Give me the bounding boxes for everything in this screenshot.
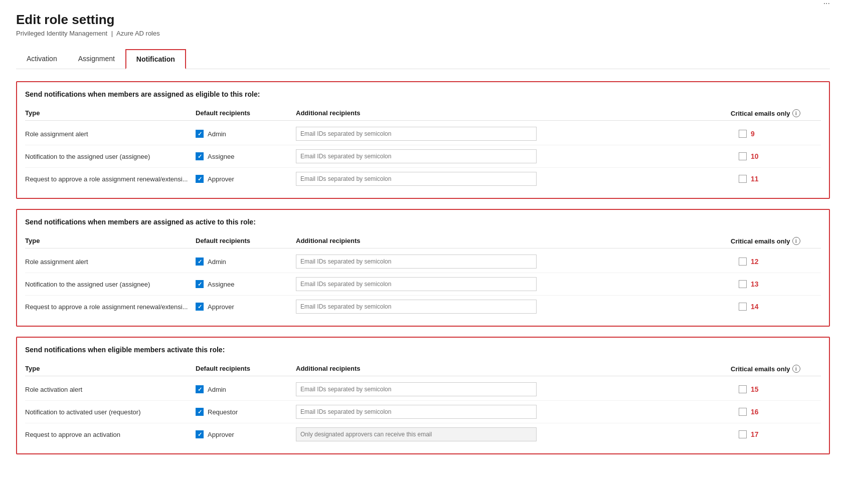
critical-checkbox[interactable] [739, 130, 747, 138]
row-type: Request to approve a role assignment ren… [25, 303, 196, 311]
checkbox-requestor-activate-2[interactable] [196, 408, 204, 416]
row-type: Notification to the assigned user (assig… [25, 153, 196, 160]
email-input[interactable] [296, 405, 537, 419]
row-default: Requestor [196, 408, 296, 416]
email-input[interactable] [296, 149, 537, 163]
row-critical: 13 [731, 280, 821, 288]
critical-checkbox[interactable] [739, 385, 747, 393]
table-header-active: Type Default recipients Additional recip… [25, 234, 821, 248]
email-input[interactable] [296, 172, 537, 186]
tab-activation[interactable]: Activation [16, 49, 68, 69]
critical-num: 11 [751, 175, 759, 183]
col-additional-label: Additional recipients [296, 237, 731, 245]
email-input[interactable] [296, 255, 537, 269]
row-type: Role assignment alert [25, 258, 196, 266]
row-additional [296, 277, 731, 291]
critical-checkbox[interactable] [739, 258, 747, 266]
recipient-label: Approver [208, 431, 234, 438]
page-title: Edit role setting [16, 12, 160, 28]
table-row: Role activation alert Admin 15 [25, 378, 821, 401]
row-default: Admin [196, 258, 296, 266]
section-eligible-title: Send notifications when members are assi… [25, 90, 821, 98]
table-row: Request to approve a role assignment ren… [25, 168, 821, 190]
table-row: Role assignment alert Admin 12 [25, 250, 821, 273]
recipient-label: Assignee [208, 281, 234, 288]
table-header-activate: Type Default recipients Additional recip… [25, 362, 821, 376]
critical-checkbox[interactable] [739, 280, 747, 288]
recipient-label: Admin [208, 130, 226, 138]
row-additional [296, 382, 731, 396]
checkbox-admin-eligible-1[interactable] [196, 130, 204, 138]
tab-notification[interactable]: Notification [125, 49, 186, 69]
tab-bar: Activation Assignment Notification [16, 49, 830, 69]
table-row: Notification to activated user (requesto… [25, 401, 821, 423]
section-activate-title: Send notifications when eligible members… [25, 346, 821, 354]
more-options-button[interactable]: ... [823, 0, 830, 6]
critical-num: 17 [751, 430, 759, 438]
col-additional-label: Additional recipients [296, 109, 731, 117]
checkbox-approver-active-3[interactable] [196, 303, 204, 311]
critical-info-icon[interactable]: i [792, 365, 800, 373]
critical-checkbox[interactable] [739, 303, 747, 311]
checkbox-assignee-active-2[interactable] [196, 280, 204, 288]
table-row: Role assignment alert Admin 9 [25, 123, 821, 145]
checkbox-admin-active-1[interactable] [196, 258, 204, 266]
table-row: Request to approve an activation Approve… [25, 423, 821, 445]
col-default-label: Default recipients [196, 109, 296, 117]
critical-num: 10 [751, 152, 759, 160]
row-additional [296, 127, 731, 141]
row-additional [296, 300, 731, 314]
critical-info-icon[interactable]: i [792, 109, 800, 117]
row-additional [296, 427, 731, 441]
row-critical: 15 [731, 385, 821, 393]
table-row: Notification to the assigned user (assig… [25, 145, 821, 168]
table-header-eligible: Type Default recipients Additional recip… [25, 106, 821, 121]
recipient-label: Assignee [208, 153, 234, 160]
checkbox-approver-eligible-3[interactable] [196, 175, 204, 183]
section-eligible: Send notifications when members are assi… [16, 81, 830, 199]
col-critical-label: Critical emails only i [731, 365, 821, 373]
row-type: Notification to the assigned user (assig… [25, 281, 196, 288]
critical-checkbox[interactable] [739, 430, 747, 438]
checkbox-assignee-eligible-2[interactable] [196, 152, 204, 160]
row-critical: 10 [731, 152, 821, 160]
table-row: Notification to the assigned user (assig… [25, 273, 821, 296]
row-default: Approver [196, 430, 296, 438]
critical-num: 16 [751, 408, 759, 416]
recipient-label: Approver [208, 175, 234, 183]
email-input-disabled [296, 427, 537, 441]
email-input[interactable] [296, 127, 537, 141]
row-default: Assignee [196, 152, 296, 160]
recipient-label: Admin [208, 386, 226, 393]
section-active: Send notifications when members are assi… [16, 209, 830, 327]
row-additional [296, 172, 731, 186]
row-default: Approver [196, 303, 296, 311]
row-critical: 12 [731, 258, 821, 266]
recipient-label: Admin [208, 258, 226, 266]
critical-checkbox[interactable] [739, 175, 747, 183]
row-default: Admin [196, 130, 296, 138]
row-type: Role activation alert [25, 386, 196, 393]
critical-checkbox[interactable] [739, 408, 747, 416]
section-active-title: Send notifications when members are assi… [25, 218, 821, 226]
col-type-label: Type [25, 109, 196, 117]
email-input[interactable] [296, 277, 537, 291]
checkbox-approver-activate-3[interactable] [196, 430, 204, 438]
email-input[interactable] [296, 382, 537, 396]
row-critical: 16 [731, 408, 821, 416]
row-default: Approver [196, 175, 296, 183]
row-critical: 14 [731, 303, 821, 311]
col-critical-label: Critical emails only i [731, 237, 821, 245]
col-type-label: Type [25, 365, 196, 373]
critical-checkbox[interactable] [739, 152, 747, 160]
email-input[interactable] [296, 300, 537, 314]
row-default: Assignee [196, 280, 296, 288]
row-type: Notification to activated user (requesto… [25, 408, 196, 416]
critical-info-icon[interactable]: i [792, 237, 800, 245]
checkbox-admin-activate-1[interactable] [196, 385, 204, 393]
tab-assignment[interactable]: Assignment [68, 49, 125, 69]
row-additional [296, 405, 731, 419]
row-critical: 11 [731, 175, 821, 183]
table-row: Request to approve a role assignment ren… [25, 296, 821, 318]
page-subtitle: Privileged Identity Management | Azure A… [16, 30, 160, 37]
